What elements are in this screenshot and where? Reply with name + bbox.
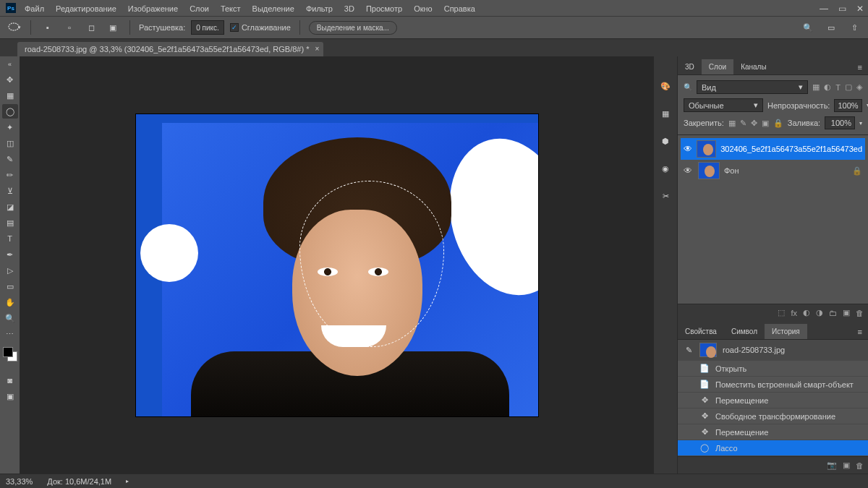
quickmask-icon[interactable]: ◙ [2,373,18,388]
selection-new-icon[interactable]: ▪ [40,20,56,35]
delete-state-icon[interactable]: 🗑 [856,461,864,470]
stamp-tool[interactable]: ⊻ [2,184,18,198]
document-canvas[interactable] [136,114,538,416]
mask-icon[interactable]: ◐ [803,308,810,317]
tab-Символ[interactable]: Символ [724,324,765,339]
blend-mode-select[interactable]: Обычные▾ [684,98,763,112]
close-button[interactable]: ✕ [856,4,864,14]
document-tab[interactable]: road-2508733.jpg @ 33,3% (302406_5e2f1a5… [17,42,323,56]
dock-icon-0[interactable]: 🎨 [658,78,673,94]
dock-icon-4[interactable]: ✂ [658,188,673,204]
selection-intersect-icon[interactable]: ▣ [105,20,121,35]
filter-smart-icon[interactable]: ◈ [856,82,862,92]
selection-subtract-icon[interactable]: ◻ [83,20,99,35]
hand-tool[interactable]: ✋ [2,295,18,309]
filter-shape-icon[interactable]: ▢ [845,82,852,92]
new-snapshot-icon[interactable]: ▣ [843,461,850,470]
zoom-level[interactable]: 33,33% [6,477,33,486]
visibility-icon[interactable]: 👁 [684,144,692,154]
lock-artboard-icon[interactable]: ▣ [762,119,769,128]
magic-wand-tool[interactable]: ✦ [2,120,18,134]
layer-row[interactable]: 👁 302406_5e2f1a56473a55e2f1a56473ed [681,138,865,160]
marquee-tool[interactable]: ▦ [2,88,18,103]
layer-thumbnail[interactable] [697,140,716,158]
pen-tool[interactable]: ✒ [2,247,18,262]
menu-Текст[interactable]: Текст [215,2,247,15]
menu-3D[interactable]: 3D [339,2,360,15]
history-step[interactable]: 📄 Поместить встроенный смарт-объект [678,377,868,393]
menu-Справка[interactable]: Справка [438,2,481,15]
lock-brush-icon[interactable]: ✎ [740,119,746,128]
menu-Изображение[interactable]: Изображение [122,2,184,15]
tab-Свойства[interactable]: Свойства [678,324,724,339]
gradient-tool[interactable]: ▤ [2,215,18,230]
lasso-tool-icon[interactable]: ▾ [6,20,22,35]
delete-layer-icon[interactable]: 🗑 [856,309,864,317]
snapshot-icon[interactable]: 📷 [827,461,837,470]
link-layers-icon[interactable]: ⬚ [778,308,785,317]
group-icon[interactable]: 🗀 [829,309,837,317]
opacity-input[interactable]: 100% [834,99,861,112]
minimize-button[interactable]: — [820,4,828,14]
history-step[interactable]: ✥ Свободное трансформирование [678,408,868,424]
panel-menu-icon[interactable]: ≡ [852,325,868,339]
eyedropper-tool[interactable]: ✎ [2,152,18,166]
brush-tool[interactable]: ✏ [2,168,18,182]
close-tab-icon[interactable]: × [315,45,320,53]
crop-tool[interactable]: ◫ [2,136,18,150]
tab-Слои[interactable]: Слои [702,59,733,74]
lasso-tool[interactable]: ◯ [2,104,18,119]
history-step[interactable]: 📄 Открыть [678,361,868,377]
path-select-tool[interactable]: ▷ [2,263,18,278]
filter-adj-icon[interactable]: ◐ [824,82,831,92]
selection-add-icon[interactable]: ▫ [61,20,77,35]
layer-filter-select[interactable]: Вид▾ [697,80,808,94]
filter-image-icon[interactable]: ▦ [812,82,820,92]
dock-icon-2[interactable]: ⬢ [658,133,673,149]
panel-menu-icon[interactable]: ≡ [852,60,868,74]
dock-icon-1[interactable]: ▦ [658,106,673,121]
layer-thumbnail[interactable] [698,162,720,179]
maximize-button[interactable]: ▭ [838,4,846,14]
move-tool[interactable]: ✥ [2,72,18,87]
layer-row[interactable]: 👁 Фон 🔒 [681,160,865,181]
screenmode-icon[interactable]: ▣ [2,389,18,403]
toolbar-collapse-icon[interactable]: « [8,61,12,68]
search-icon[interactable]: 🔍 [800,20,816,35]
menu-Редактирование[interactable]: Редактирование [50,2,122,15]
zoom-tool[interactable]: 🔍 [2,311,18,325]
eraser-tool[interactable]: ◪ [2,200,18,214]
lock-position-icon[interactable]: ✥ [751,119,757,128]
adjustment-icon[interactable]: ◑ [816,308,823,317]
history-document-row[interactable]: ✎ road-2508733.jpg [678,340,868,361]
dock-icon-3[interactable]: ◉ [658,160,673,176]
lock-all-icon[interactable]: 🔒 [773,119,783,128]
menu-Просмотр[interactable]: Просмотр [360,2,408,15]
select-and-mask-button[interactable]: Выделение и маска... [309,21,397,35]
visibility-icon[interactable]: 👁 [684,166,694,176]
menu-Окно[interactable]: Окно [408,2,438,15]
menu-Выделение[interactable]: Выделение [247,2,300,15]
antialias-checkbox[interactable]: ✓Сглаживание [230,23,291,32]
menu-Файл[interactable]: Файл [19,2,50,15]
fill-input[interactable]: 100% [825,116,855,129]
filter-type-icon[interactable]: T [835,83,841,92]
tab-3D[interactable]: 3D [678,59,702,74]
lock-pixels-icon[interactable]: ▦ [728,119,736,128]
workspace-icon[interactable]: ▭ [823,20,839,35]
rectangle-tool[interactable]: ▭ [2,279,18,294]
tab-Каналы[interactable]: Каналы [733,59,774,74]
type-tool[interactable]: T [2,231,18,246]
feather-input[interactable]: 0 пикс. [191,20,224,35]
more-tool[interactable]: ⋯ [2,327,18,341]
share-icon[interactable]: ⇧ [846,20,862,35]
foreground-background-swatch[interactable] [3,347,17,361]
menu-Фильтр[interactable]: Фильтр [300,2,339,15]
new-layer-icon[interactable]: ▣ [843,308,850,317]
menu-Слои[interactable]: Слои [184,2,215,15]
history-step[interactable]: ✥ Перемещение [678,393,868,408]
tab-История[interactable]: История [765,324,807,339]
fx-icon[interactable]: fx [791,309,797,317]
history-step[interactable]: ✥ Перемещение [678,424,868,440]
canvas-area[interactable] [20,56,654,474]
